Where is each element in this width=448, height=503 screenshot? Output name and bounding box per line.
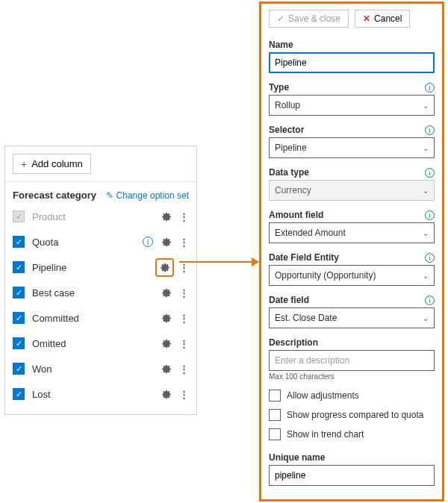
description-label: Description [269, 337, 318, 348]
panel-title: Forecast category [13, 190, 96, 201]
change-option-set-link[interactable]: ✎ Change option set [106, 190, 189, 201]
checkbox[interactable]: ✓ [13, 363, 25, 375]
chevron-down-icon: ⌄ [423, 314, 429, 322]
x-icon: ✕ [363, 13, 370, 24]
type-value: Rollup [275, 100, 300, 110]
date-entity-select[interactable]: Opportunity (Opportunity) ⌄ [269, 265, 435, 286]
datatype-value: Currency [275, 185, 311, 196]
selector-label: Selector [269, 125, 304, 135]
checkbox[interactable]: ✓ [13, 337, 25, 349]
allow-adjustments-checkbox[interactable]: Allow adjustments [269, 390, 435, 402]
connector-arrow [179, 261, 258, 263]
more-icon[interactable]: ⋮ [179, 389, 189, 400]
column-editor-panel: ✓ Save & close ✕ Cancel Name Type i Roll… [259, 1, 444, 502]
info-icon[interactable]: i [425, 125, 435, 135]
check-icon: ✓ [277, 13, 284, 24]
save-close-button[interactable]: ✓ Save & close [269, 10, 349, 28]
unique-name-input[interactable] [269, 465, 435, 486]
editor-toolbar: ✓ Save & close ✕ Cancel [269, 10, 435, 28]
save-close-label: Save & close [288, 13, 340, 24]
item-label: Committed [32, 313, 161, 324]
name-input[interactable] [269, 52, 435, 73]
add-column-label: Add column [31, 158, 83, 169]
list-item: ✓Omitted⋮ [10, 331, 192, 356]
gear-icon[interactable] [161, 237, 172, 248]
info-icon[interactable]: i [425, 210, 435, 220]
cancel-label: Cancel [374, 13, 402, 24]
description-input[interactable] [269, 350, 435, 371]
forecast-category-panel: + Add column Forecast category ✎ Change … [4, 146, 197, 415]
date-field-select[interactable]: Est. Close Date ⌄ [269, 307, 435, 328]
item-label: Lost [32, 389, 161, 400]
more-icon[interactable]: ⋮ [179, 338, 189, 349]
type-label: Type [269, 82, 289, 93]
datatype-label: Data type [269, 167, 309, 178]
selector-select[interactable]: Pipeline ⌄ [269, 137, 435, 158]
checkbox[interactable]: ✓ [13, 287, 25, 299]
type-select[interactable]: Rollup ⌄ [269, 95, 435, 116]
more-icon[interactable]: ⋮ [179, 262, 189, 273]
list-item: ✓Pipeline⋮ [10, 254, 192, 280]
item-label: Best case [32, 287, 161, 299]
gear-icon[interactable] [161, 338, 172, 349]
item-actions: ⋮ [161, 389, 189, 400]
item-actions: ⋮ [161, 363, 189, 375]
more-icon[interactable]: ⋮ [179, 211, 189, 222]
chevron-down-icon: ⌄ [423, 272, 429, 280]
info-icon[interactable]: i [425, 296, 435, 305]
info-icon[interactable]: i [425, 83, 435, 93]
cancel-button[interactable]: ✕ Cancel [355, 10, 410, 28]
gear-icon[interactable] [161, 211, 172, 222]
item-label: Omitted [32, 338, 161, 349]
more-icon[interactable]: ⋮ [179, 237, 189, 248]
show-progress-label: Show progress compared to quota [287, 410, 423, 420]
category-list: ✓Product⋮✓Quotai⋮✓Pipeline⋮✓Best case⋮✓C… [5, 204, 196, 414]
checkbox-icon [269, 409, 281, 421]
gear-icon[interactable] [155, 258, 174, 277]
checkbox[interactable]: ✓ [13, 261, 25, 273]
item-actions: i⋮ [143, 237, 189, 248]
gear-icon[interactable] [161, 313, 172, 324]
item-actions: ⋮ [161, 211, 189, 222]
selector-value: Pipeline [275, 143, 307, 153]
item-label: Won [32, 363, 161, 375]
checkbox-icon [269, 390, 281, 402]
item-actions: ⋮ [161, 313, 189, 324]
amount-value: Extended Amount [275, 228, 346, 238]
item-label: Pipeline [32, 262, 155, 273]
more-icon[interactable]: ⋮ [179, 363, 189, 375]
info-icon[interactable]: i [143, 237, 153, 247]
checkbox: ✓ [13, 210, 25, 222]
gear-icon[interactable] [161, 389, 172, 400]
description-hint: Max 100 characters [269, 372, 435, 381]
datatype-select: Currency ⌄ [269, 180, 435, 201]
list-item: ✓Won⋮ [10, 356, 192, 381]
pencil-icon: ✎ [106, 190, 113, 201]
show-progress-checkbox[interactable]: Show progress compared to quota [269, 409, 435, 421]
name-label: Name [269, 40, 293, 50]
plus-icon: + [21, 159, 27, 169]
unique-name-label: Unique name [269, 452, 325, 463]
item-actions: ⋮ [161, 338, 189, 349]
show-trend-label: Show in trend chart [287, 429, 364, 440]
gear-icon[interactable] [161, 363, 172, 375]
info-icon[interactable]: i [425, 253, 435, 263]
item-label: Quota [32, 237, 143, 248]
add-column-button[interactable]: + Add column [13, 154, 91, 174]
checkbox[interactable]: ✓ [13, 388, 25, 400]
chevron-down-icon: ⌄ [423, 144, 429, 152]
gear-icon[interactable] [161, 287, 172, 299]
checkbox[interactable]: ✓ [13, 312, 25, 324]
change-option-label: Change option set [116, 190, 189, 201]
chevron-down-icon: ⌄ [423, 101, 429, 110]
list-item: ✓Committed⋮ [10, 305, 192, 331]
panel-header: Forecast category ✎ Change option set [5, 182, 196, 204]
amount-select[interactable]: Extended Amount ⌄ [269, 222, 435, 243]
checkbox[interactable]: ✓ [13, 236, 25, 248]
more-icon[interactable]: ⋮ [179, 287, 189, 299]
show-trend-checkbox[interactable]: Show in trend chart [269, 428, 435, 440]
info-icon[interactable]: i [425, 168, 435, 178]
date-field-label: Date field [269, 295, 309, 305]
more-icon[interactable]: ⋮ [179, 313, 189, 324]
list-item: ✓Lost⋮ [10, 381, 192, 407]
